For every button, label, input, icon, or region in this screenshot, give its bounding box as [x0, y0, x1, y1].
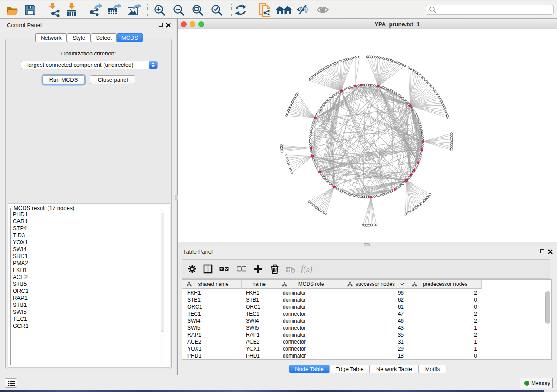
svg-text:f(x): f(x): [301, 264, 312, 274]
